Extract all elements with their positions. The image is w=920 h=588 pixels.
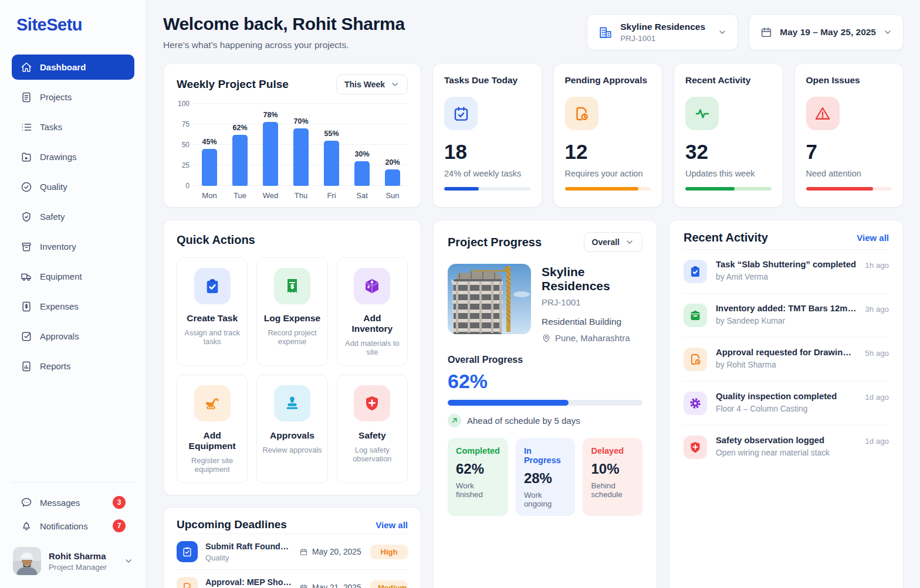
chevron-down-icon (625, 237, 634, 247)
quick-action-log-expense[interactable]: Log Expense Record project expense (256, 257, 327, 366)
activity-row[interactable]: Safety observation logged Open wiring ne… (684, 425, 889, 469)
quick-action-create-task[interactable]: Create Task Assign and track tasks (177, 257, 248, 366)
activity-view-all-link[interactable]: View all (857, 233, 889, 243)
sidebar-item-label: Approvals (40, 331, 79, 341)
chart-bar-value-label: 70% (293, 117, 308, 125)
sidebar-item-messages[interactable]: Messages 3 (12, 491, 134, 514)
quick-actions-card: Quick Actions Create Task Assign and tra… (163, 220, 421, 495)
sidebar-nav: Dashboard Projects Tasks Drawings Qualit… (12, 55, 134, 379)
chart-bar (354, 161, 370, 186)
activity-time: 5h ago (865, 348, 889, 371)
bar-chart: 0255075100 45%62%78%70%55%30%20% MonTueW… (177, 104, 408, 200)
sidebar-item-label: Equipment (40, 271, 82, 281)
stat-progress-track (806, 187, 892, 191)
overall-progress-percent: 62% (448, 370, 642, 393)
sidebar-item-label: Tasks (40, 122, 62, 132)
document-icon (21, 91, 32, 103)
sidebar: SiteSetu Dashboard Projects Tasks Drawin… (0, 0, 147, 588)
chart-y-tick: 0 (185, 182, 190, 190)
quick-action-caption: Assign and track tasks (182, 328, 242, 346)
quick-action-label: Safety (358, 430, 386, 441)
trend-up-icon (448, 414, 461, 427)
activity-subtitle: Open wiring near material stack (716, 448, 856, 457)
map-pin-icon (542, 334, 551, 343)
priority-badge: Medium (370, 580, 408, 588)
activity-row[interactable]: Quality inspection completed Floor 4 – C… (684, 381, 889, 425)
doc-clock-icon (565, 97, 598, 130)
quality-gear-icon (684, 392, 707, 415)
chart-bar-value-label: 20% (385, 158, 400, 166)
chart-x-tick: Sat (347, 191, 377, 200)
sidebar-item-safety[interactable]: Safety (12, 204, 134, 229)
chart-y-tick: 100 (178, 100, 190, 108)
chart-bar (202, 149, 217, 186)
quick-action-safety[interactable]: Safety Log safety observation (337, 375, 408, 483)
sidebar-item-reports[interactable]: Reports (12, 354, 134, 379)
stat-progress-track (685, 187, 772, 191)
sidebar-item-label: Expenses (40, 301, 79, 311)
project-selector-name: Skyline Residences (620, 22, 705, 32)
sidebar-item-dashboard[interactable]: Dashboard (12, 55, 134, 80)
stat-card-open-issues: Open Issues 7 Need attention (794, 63, 904, 208)
user-profile[interactable]: Rohit Sharma Project Manager (12, 545, 134, 577)
sidebar-item-inventory[interactable]: Inventory (12, 234, 134, 259)
quick-action-caption: Add materials to site (342, 339, 402, 356)
stamp-icon (274, 385, 310, 422)
activity-time: 3h ago (865, 304, 889, 327)
bell-icon (21, 520, 32, 532)
deadlines-title: Upcoming Deadlines (177, 518, 287, 531)
chart-bar (385, 169, 400, 186)
sidebar-item-notifications[interactable]: Notifications 7 (12, 514, 134, 538)
project-selector[interactable]: Skyline Residences PRJ-1001 (587, 14, 738, 50)
pulse-icon (685, 97, 719, 130)
activity-row[interactable]: Approval requested for Drawing A-201 by … (684, 337, 889, 381)
quick-action-approvals[interactable]: Approvals Review approvals (256, 375, 327, 483)
avatar (13, 547, 41, 575)
doc-clock-icon (684, 348, 707, 371)
progress-filter-select[interactable]: Overall (584, 232, 642, 252)
deadlines-view-all-link[interactable]: View all (376, 520, 408, 530)
sidebar-item-equipment[interactable]: Equipment (12, 264, 134, 289)
deadline-row[interactable]: Approval: MEP Shop Drawings – Level 3 to… (177, 569, 408, 588)
project-selector-code: PRJ-1001 (620, 34, 705, 43)
sidebar-item-tasks[interactable]: Tasks (12, 114, 134, 140)
activity-row[interactable]: Inventory added: TMT Bars 12mm – 2.5 MT … (684, 293, 889, 337)
stat-value: 12 (565, 140, 651, 164)
chart-bar-value-label: 30% (354, 150, 369, 158)
date-range-picker[interactable]: May 19 – May 25, 2025 (749, 14, 904, 50)
sidebar-item-approvals[interactable]: Approvals (12, 324, 134, 349)
chart-title: Weekly Project Pulse (177, 78, 289, 91)
deadline-row[interactable]: Submit Raft Foundation Inspection Report… (177, 533, 408, 569)
quick-action-add-inventory[interactable]: Add Inventory Add materials to site (337, 257, 408, 366)
activity-title: Approval requested for Drawing A-201 (716, 348, 856, 357)
sidebar-item-projects[interactable]: Projects (12, 84, 134, 110)
chart-bars: 45%62%78%70%55%30%20% (194, 104, 408, 186)
chart-range-label: This Week (344, 80, 385, 89)
shield-plus-icon (354, 385, 390, 422)
quick-action-caption: Log safety observation (342, 446, 402, 463)
chart-bar-column: 70% (286, 104, 316, 186)
chart-bar-value-label: 45% (202, 138, 217, 146)
quick-action-caption: Review approvals (262, 446, 322, 454)
activity-time: 1h ago (865, 260, 889, 283)
quick-action-caption: Record project expense (262, 328, 322, 346)
sidebar-item-quality[interactable]: Quality (12, 174, 134, 199)
chart-range-select[interactable]: This Week (336, 74, 408, 94)
sidebar-item-expenses[interactable]: Expenses (12, 294, 134, 319)
receipt-icon (274, 268, 310, 304)
excavator-icon (194, 385, 231, 422)
project-progress-title: Project Progress (448, 236, 542, 249)
sidebar-item-drawings[interactable]: Drawings (12, 144, 134, 169)
stat-progress-fill (444, 187, 479, 191)
chart-bar-column: 30% (347, 104, 377, 186)
stat-title: Tasks Due Today (444, 75, 530, 86)
chevron-down-icon (390, 80, 400, 89)
progress-stat-value: 28% (524, 470, 567, 487)
activity-row[interactable]: Task “Slab Shuttering” completed by Amit… (684, 249, 889, 293)
expense-doc-icon (21, 301, 32, 312)
progress-stat-delayed: Delayed 10% Behind schedule (583, 438, 642, 516)
quick-action-add-equipment[interactable]: Add Equipment Register site equipment (177, 375, 248, 483)
project-name: Skyline Residences (542, 265, 642, 293)
chart-bar-value-label: 78% (263, 111, 278, 119)
quick-action-label: Add Equipment (182, 430, 242, 451)
